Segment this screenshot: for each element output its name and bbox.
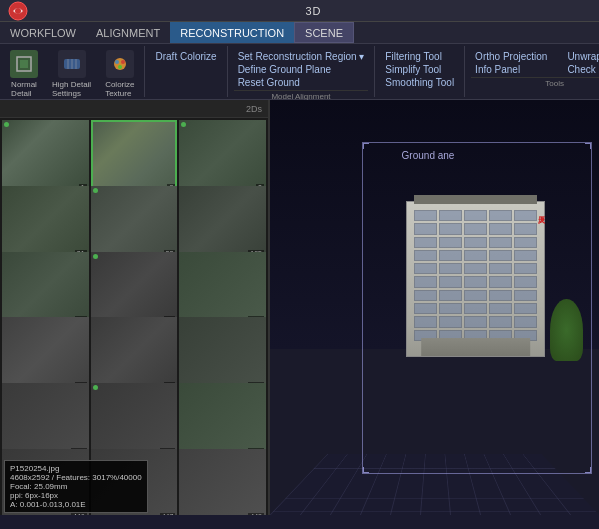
high-detail-icon — [58, 50, 86, 78]
window — [414, 237, 437, 248]
list-item[interactable]: 305 — [179, 317, 266, 389]
high-detail-button[interactable]: High DetailSettings — [46, 48, 97, 100]
window — [514, 210, 537, 221]
window — [489, 210, 512, 221]
normal-detail-button[interactable]: NormalDetail — [4, 48, 44, 100]
window — [514, 303, 537, 314]
window — [514, 290, 537, 301]
window — [489, 237, 512, 248]
thumb-dot — [93, 188, 98, 193]
list-item[interactable]: 92 — [2, 317, 89, 389]
window — [439, 276, 462, 287]
window — [439, 316, 462, 327]
window — [514, 276, 537, 287]
app-logo — [8, 1, 28, 21]
unwrap-link[interactable]: Unwrap — [563, 50, 599, 63]
svg-point-10 — [121, 60, 125, 64]
svg-rect-3 — [20, 60, 28, 68]
menu-alignment[interactable]: ALIGNMENT — [86, 22, 170, 43]
list-item[interactable]: 448 — [179, 449, 266, 515]
window — [464, 223, 487, 234]
window — [489, 250, 512, 261]
window — [489, 276, 512, 287]
window — [414, 263, 437, 274]
menu-scene[interactable]: SCENE — [294, 22, 354, 43]
svg-point-11 — [118, 65, 122, 69]
window — [414, 210, 437, 221]
ortho-projection-link[interactable]: Ortho Projection — [471, 50, 551, 63]
list-item[interactable]: 2 — [91, 120, 178, 192]
normal-detail-label: NormalDetail — [11, 80, 37, 98]
list-item[interactable]: 31 — [2, 186, 89, 258]
main-content: 2Ds 1 2 3 31 — [0, 100, 599, 515]
window — [514, 316, 537, 327]
simplify-tool-link[interactable]: Simplify Tool — [381, 63, 458, 76]
window — [414, 303, 437, 314]
filtering-tool-link[interactable]: Filtering Tool — [381, 50, 458, 63]
top-bar: 3D — [0, 0, 599, 22]
window — [414, 223, 437, 234]
list-item[interactable]: 3 — [179, 120, 266, 192]
list-item[interactable]: 93 — [91, 317, 178, 389]
window — [464, 250, 487, 261]
menu-workflow[interactable]: WORKFLOW — [0, 22, 86, 43]
building-windows — [414, 210, 537, 341]
list-item[interactable]: 245 — [179, 252, 266, 324]
window — [439, 303, 462, 314]
draft-colorize-section: Draft Colorize — [145, 46, 227, 97]
reset-ground-link[interactable]: Reset Ground — [234, 76, 369, 89]
window — [489, 303, 512, 314]
colorize-button[interactable]: ColorizeTexture — [99, 48, 140, 100]
window — [414, 276, 437, 287]
list-item[interactable]: 203 — [2, 383, 89, 455]
list-item[interactable]: 185 — [179, 186, 266, 258]
foliage — [550, 299, 583, 361]
window — [489, 316, 512, 327]
window — [439, 237, 462, 248]
list-item[interactable]: 446 — [2, 449, 89, 515]
smoothing-tool-link[interactable]: Smoothing Tool — [381, 76, 458, 89]
thumb-dot — [4, 122, 9, 127]
building: 大厦 — [406, 201, 545, 357]
window — [464, 237, 487, 248]
menu-reconstruction[interactable]: RECONSTRUCTION — [170, 22, 294, 43]
svg-point-9 — [115, 60, 119, 64]
colorize-icon — [106, 50, 134, 78]
window — [489, 263, 512, 274]
list-item[interactable]: 204 — [91, 383, 178, 455]
window — [439, 263, 462, 274]
list-item[interactable]: 1 — [2, 120, 89, 192]
window — [414, 290, 437, 301]
thumb-dot — [93, 385, 98, 390]
panel-2ds-label: 2Ds — [246, 104, 262, 114]
window — [464, 303, 487, 314]
window — [464, 316, 487, 327]
define-ground-link[interactable]: Define Ground Plane — [234, 63, 369, 76]
window — [489, 223, 512, 234]
list-item[interactable]: 37 — [91, 252, 178, 324]
building-roof — [414, 195, 537, 204]
viewport-3d[interactable]: 大厦 Ground ane — [270, 100, 599, 515]
window — [514, 250, 537, 261]
toolbar-process-section: NormalDetail High DetailSettings Coloriz… — [0, 46, 145, 97]
thumb-dot — [93, 254, 98, 259]
svg-point-1 — [15, 8, 21, 14]
set-reconstruction-link[interactable]: Set Reconstruction Region ▾ — [234, 50, 369, 63]
tools-section: Ortho Projection Info Panel Unwrap Check… — [465, 46, 599, 97]
list-item[interactable]: 447 — [91, 449, 178, 515]
thumb-number: 447 — [160, 513, 176, 515]
check-integrity-link[interactable]: Check Integrity — [563, 63, 599, 76]
model-alignment-section: Set Reconstruction Region ▾ Define Groun… — [228, 46, 376, 97]
top-bar-title: 3D — [36, 5, 591, 17]
thumbnail-grid[interactable]: 1 2 3 31 32 185 — [0, 118, 268, 515]
draft-colorize-link[interactable]: Draft Colorize — [151, 50, 220, 63]
thumb-number: 448 — [248, 513, 264, 515]
high-detail-label: High DetailSettings — [52, 80, 91, 98]
list-item[interactable]: 32 — [91, 186, 178, 258]
list-item[interactable]: 36 — [2, 252, 89, 324]
info-panel-link[interactable]: Info Panel — [471, 63, 551, 76]
list-item[interactable]: 365 — [179, 383, 266, 455]
bbox-corner-br — [585, 467, 591, 473]
window — [464, 210, 487, 221]
normal-detail-icon — [10, 50, 38, 78]
